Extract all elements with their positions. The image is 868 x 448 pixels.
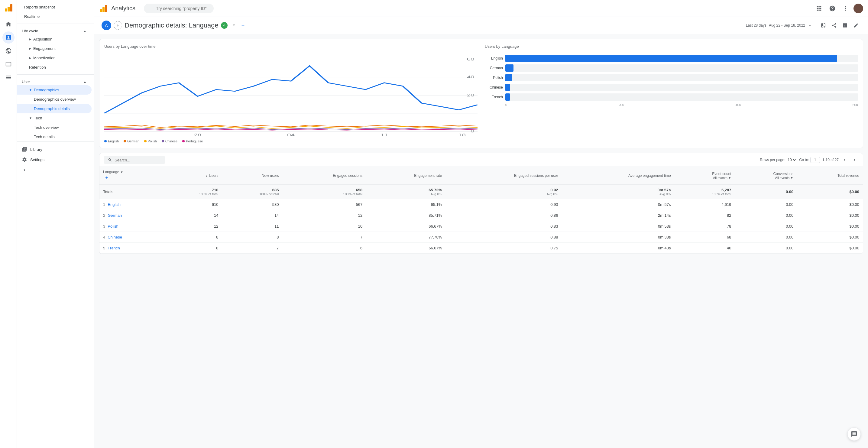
- sidebar-item-demographic-details[interactable]: Demographic details: [17, 104, 92, 113]
- lifecycle-group[interactable]: Life cycle ▲: [17, 26, 92, 34]
- row4-event-count: 68: [675, 232, 735, 243]
- svg-text:40: 40: [467, 75, 474, 79]
- sidebar-item-reports-snapshot[interactable]: Reports snapshot: [17, 2, 92, 12]
- go-to: Go to:: [799, 157, 820, 163]
- prev-page-btn[interactable]: [841, 156, 848, 163]
- nav-reports[interactable]: [2, 31, 14, 43]
- apps-icon-btn[interactable]: [814, 3, 825, 14]
- share-icon: [831, 23, 837, 28]
- sidebar-item-demographics-overview[interactable]: Demographics overview: [17, 95, 92, 104]
- row5-users: 8: [161, 243, 222, 253]
- row2-engagement-rate: 85.71%: [366, 210, 445, 221]
- svg-rect-3: [100, 9, 102, 12]
- add-column-btn[interactable]: +: [103, 174, 110, 181]
- col-avg-engagement-time[interactable]: Average engagement time: [562, 167, 675, 185]
- lifecycle-chevron: ▲: [83, 29, 87, 33]
- apps-icon: [816, 5, 823, 12]
- row5-language: 5French: [99, 243, 161, 253]
- collapse-icon: [22, 167, 27, 173]
- sidebar-item-tech[interactable]: ▼ Tech: [17, 113, 92, 123]
- edit-icon-btn[interactable]: [851, 21, 861, 30]
- row5-engagement-rate: 66.67%: [366, 243, 445, 253]
- library-icon: [22, 147, 27, 152]
- row2-users: 14: [161, 210, 222, 221]
- analytics-logo-icon: [99, 4, 107, 13]
- row3-conversions: 0.00: [735, 221, 797, 232]
- row2-engaged-sessions: 12: [282, 210, 366, 221]
- nav-home[interactable]: [2, 18, 14, 30]
- line-chart-svg: 60 40 20 0: [104, 52, 477, 137]
- chat-bubble[interactable]: [847, 427, 861, 441]
- more-icon-btn[interactable]: [840, 3, 851, 14]
- col-total-revenue[interactable]: Total revenue: [797, 167, 863, 185]
- sidebar-item-tech-details[interactable]: Tech details: [17, 132, 92, 142]
- user-group[interactable]: User ▲: [17, 77, 92, 85]
- col-engaged-sessions-user[interactable]: Engaged sessions per user: [445, 167, 562, 185]
- totals-row: Totals 718 100% of total 685 100% of tot…: [99, 185, 863, 199]
- go-to-input[interactable]: [810, 157, 820, 163]
- row2-new-users: 14: [222, 210, 282, 221]
- topbar-logo: [99, 4, 107, 13]
- share-icon-btn[interactable]: [829, 21, 839, 30]
- main-content: Analytics A + Demographic details: Lang: [94, 0, 868, 448]
- row3-engaged-sessions-user: 0.83: [445, 221, 562, 232]
- verified-badge: ✓: [221, 22, 227, 29]
- row3-avg-engagement-time: 0m 53s: [562, 221, 675, 232]
- compare-icon-btn[interactable]: [818, 21, 828, 30]
- col-conversions[interactable]: Conversions All events ▼: [735, 167, 797, 185]
- next-page-btn[interactable]: [851, 156, 858, 163]
- search-input[interactable]: [144, 4, 214, 13]
- search-container: [144, 4, 325, 13]
- insights-icon-btn[interactable]: [840, 21, 850, 30]
- event-count-filter[interactable]: All events ▼: [678, 176, 732, 180]
- col-users[interactable]: ↓ Users: [161, 167, 222, 185]
- col-new-users[interactable]: New users: [222, 167, 282, 185]
- totals-users: 718 100% of total: [161, 185, 222, 199]
- row5-total-revenue: $0.00: [797, 243, 863, 253]
- insights-icon: [842, 23, 848, 28]
- add-comparison-btn[interactable]: +: [114, 21, 122, 30]
- row4-new-users: 8: [222, 232, 282, 243]
- sidebar-item-acquisition[interactable]: ▶ Acquisition: [17, 34, 92, 44]
- portuguese-dot: [182, 140, 185, 142]
- row5-avg-engagement-time: 0m 43s: [562, 243, 675, 253]
- sidebar-item-realtime[interactable]: Realtime: [17, 12, 92, 21]
- table-search-input[interactable]: [115, 158, 161, 162]
- sidebar-item-monetization[interactable]: ▶ Monetization: [17, 53, 92, 63]
- row2-total-revenue: $0.00: [797, 210, 863, 221]
- sidebar-item-tech-overview[interactable]: Tech overview: [17, 123, 92, 132]
- user-avatar[interactable]: [854, 4, 863, 13]
- sidebar-item-settings[interactable]: Settings: [17, 154, 94, 165]
- row4-conversions: 0.00: [735, 232, 797, 243]
- row1-conversions: 0.00: [735, 199, 797, 210]
- col-event-count[interactable]: Event count All events ▼: [675, 167, 735, 185]
- sidebar-item-demographics[interactable]: ▼ Demographics: [17, 85, 92, 95]
- page-title-row: A + Demographic details: Language ✓ +: [101, 21, 246, 30]
- col-engagement-rate[interactable]: Engagement rate: [366, 167, 445, 185]
- row4-engaged-sessions: 7: [282, 232, 366, 243]
- date-range-btn[interactable]: Last 28 days Aug 22 - Sep 18, 2022: [743, 22, 815, 29]
- sidebar-item-engagement[interactable]: ▶ Engagement: [17, 44, 92, 53]
- add-report-btn[interactable]: +: [240, 21, 246, 30]
- rows-per-page-select[interactable]: 10 25 50: [786, 157, 797, 162]
- svg-rect-4: [102, 7, 104, 12]
- col-language[interactable]: Language ▼ +: [99, 167, 161, 185]
- totals-event-count: 5,287 100% of total: [675, 185, 735, 199]
- conversions-filter[interactable]: All events ▼: [739, 176, 794, 180]
- col-engaged-sessions[interactable]: Engaged sessions: [282, 167, 366, 185]
- nav-advertising[interactable]: [2, 58, 14, 70]
- help-icon-btn[interactable]: [827, 3, 838, 14]
- sidebar-collapse-btn[interactable]: [17, 165, 94, 175]
- row4-users: 8: [161, 232, 222, 243]
- sidebar-item-retention[interactable]: Retention: [17, 63, 92, 72]
- line-chart-legend: English German Polish Chinese: [104, 139, 477, 143]
- totals-total-revenue: $0.00: [797, 185, 863, 199]
- compare-icon: [820, 23, 826, 28]
- table-row: 2German 14 14 12 85.71% 0.86 2m 14s 82 0…: [99, 210, 863, 221]
- title-dropdown-btn[interactable]: [230, 21, 238, 30]
- totals-conversions: 0.00: [735, 185, 797, 199]
- sidebar-item-library[interactable]: Library: [17, 144, 94, 154]
- nav-configure[interactable]: [2, 71, 14, 84]
- svg-text:20: 20: [467, 93, 474, 97]
- nav-explore[interactable]: [2, 45, 14, 57]
